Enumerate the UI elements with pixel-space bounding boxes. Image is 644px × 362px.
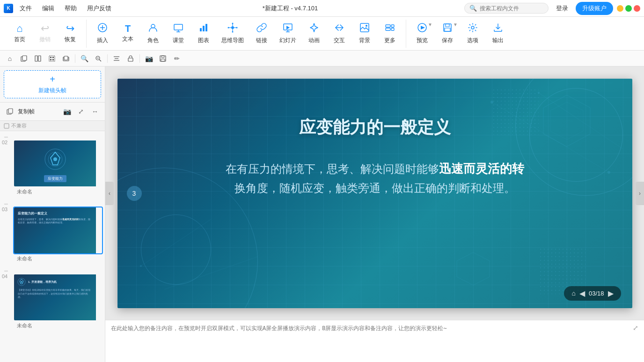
undo-icon: ↩ bbox=[41, 23, 49, 34]
sep-icon-04 bbox=[4, 269, 8, 273]
preview-label: 预览 bbox=[417, 37, 428, 44]
it-zoom-out[interactable] bbox=[92, 52, 104, 65]
expand-btn[interactable]: ⤢ bbox=[75, 105, 87, 118]
slide-group-03: 03 应变能力的一般定义 在有压力的情境下，思考、解决问题时能够迅速而灵活的转换… bbox=[2, 207, 103, 265]
it-split[interactable] bbox=[32, 52, 44, 65]
window-controls bbox=[617, 5, 640, 12]
collapse-right-button[interactable]: › bbox=[636, 182, 644, 205]
slide-thumb-04[interactable]: 1. 开发潜能，培养为机 【课堂活动】传统训练对应变能力有非常积极的效果。每天，… bbox=[13, 273, 103, 321]
toolbar-bg[interactable]: 背景 bbox=[352, 20, 377, 47]
toolbar-text[interactable]: T 文本 bbox=[116, 20, 140, 47]
it-lock[interactable] bbox=[124, 52, 137, 65]
it-save2[interactable] bbox=[157, 52, 169, 65]
svg-point-16 bbox=[232, 31, 234, 33]
toolbar-save[interactable]: 保存 ▼ bbox=[435, 20, 460, 47]
svg-rect-7 bbox=[200, 28, 202, 31]
svg-point-15 bbox=[232, 23, 234, 24]
canvas-area: ‹ bbox=[105, 66, 644, 362]
not-ppt-icon bbox=[4, 123, 9, 129]
slide-next-btn[interactable]: ▶ bbox=[608, 289, 614, 298]
toolbar-more[interactable]: 更多 bbox=[378, 20, 402, 47]
toolbar-undo[interactable]: ↩ 撤销 bbox=[33, 20, 57, 47]
svg-rect-55 bbox=[161, 59, 165, 61]
svg-point-74 bbox=[490, 101, 493, 103]
slide-home-btn[interactable]: ⌂ bbox=[571, 289, 575, 297]
save-dropdown-icon: ▼ bbox=[453, 22, 458, 27]
toolbar-preview[interactable]: 预览 ▼ bbox=[410, 20, 434, 47]
menu-feedback[interactable]: 用户反馈 bbox=[82, 2, 116, 15]
preview-dropdown-icon: ▼ bbox=[428, 22, 432, 27]
toolbar-group-insert: 插入 T 文本 角色 课堂 图表 思维导图 bbox=[87, 20, 406, 48]
svg-rect-9 bbox=[205, 24, 207, 31]
slide-thumb-02[interactable]: 应变能力 bbox=[13, 140, 103, 187]
login-button[interactable]: 登录 bbox=[552, 2, 572, 15]
svg-rect-27 bbox=[391, 25, 394, 27]
it-layers[interactable] bbox=[60, 52, 72, 65]
toolbar-interact[interactable]: 交互 bbox=[327, 20, 351, 47]
it-align[interactable] bbox=[110, 52, 123, 65]
toolbar-export[interactable]: 输出 bbox=[486, 20, 510, 47]
toolbar-home[interactable]: ⌂ 首页 bbox=[7, 20, 32, 47]
slides-icon bbox=[283, 22, 293, 35]
svg-point-76 bbox=[607, 171, 610, 174]
slide-page-info: 03/18 bbox=[589, 290, 604, 297]
search-box[interactable]: 🔍 bbox=[464, 3, 549, 14]
toolbar-insert[interactable]: 插入 bbox=[90, 20, 115, 47]
content-prefix: 在有压力的情境下，思考、解决问题时能够 bbox=[226, 163, 439, 175]
plus-icon: + bbox=[50, 74, 55, 85]
main-toolbar: ⌂ 首页 ↩ 撤销 ↪ 恢复 插入 T 文本 角色 bbox=[0, 17, 644, 51]
toolbar-options[interactable]: 选项 bbox=[461, 20, 485, 47]
home-icon: ⌂ bbox=[16, 23, 22, 34]
new-frame-button[interactable]: + 新建镜头帧 bbox=[4, 70, 101, 98]
toolbar-role[interactable]: 角色 bbox=[141, 20, 165, 47]
svg-rect-33 bbox=[445, 28, 450, 31]
toolbar-classroom[interactable]: 课堂 bbox=[166, 20, 190, 47]
menu-edit[interactable]: 编辑 bbox=[37, 2, 59, 15]
maximize-button[interactable] bbox=[625, 5, 632, 12]
it-camera[interactable]: 📷 bbox=[143, 52, 155, 65]
close-button[interactable] bbox=[634, 5, 640, 12]
menu-help[interactable]: 帮助 bbox=[60, 2, 81, 15]
slide-name-02: 未命名 bbox=[13, 187, 103, 198]
svg-rect-57 bbox=[8, 109, 13, 113]
slide-thumb-03[interactable]: 应变能力的一般定义 在有压力的情境下，思考、解决问题时能够迅速而灵活的转换角度，… bbox=[13, 207, 103, 254]
it-zoom-in[interactable]: 🔍 bbox=[78, 52, 90, 65]
toolbar-animation[interactable]: 动画 bbox=[302, 20, 326, 47]
search-input[interactable] bbox=[480, 5, 541, 12]
slide-thumb-inner-04: 1. 开发潜能，培养为机 【课堂活动】传统训练对应变能力有非常积极的效果。每天，… bbox=[14, 274, 96, 320]
svg-rect-32 bbox=[446, 24, 449, 27]
svg-point-34 bbox=[471, 26, 474, 29]
toolbar-redo[interactable]: ↪ 恢复 bbox=[58, 20, 82, 47]
thumb2-icon-area bbox=[41, 145, 69, 173]
toolbar-link[interactable]: 链接 bbox=[249, 20, 274, 47]
slide-thumb-inner-03: 应变能力的一般定义 在有压力的情境下，思考、解决问题时能够迅速而灵活的转换角度，… bbox=[14, 207, 96, 253]
menu-file[interactable]: 文件 bbox=[15, 2, 37, 15]
search-icon: 🔍 bbox=[469, 5, 477, 12]
it-edit[interactable]: ✏ bbox=[171, 52, 183, 65]
toolbar-chart[interactable]: 图表 bbox=[191, 20, 216, 47]
upgrade-button[interactable]: 升级账户 bbox=[576, 2, 613, 15]
notes-expand-icon[interactable]: ⤢ bbox=[633, 324, 638, 332]
it-copy[interactable] bbox=[18, 52, 30, 65]
toolbar-slides[interactable]: 幻灯片 bbox=[275, 20, 301, 47]
animation-label: 动画 bbox=[308, 37, 320, 44]
text-icon: T bbox=[125, 24, 131, 33]
slide-prev-btn[interactable]: ◀ bbox=[579, 289, 585, 298]
slide-separator-03 bbox=[2, 200, 103, 207]
svg-rect-25 bbox=[386, 25, 390, 27]
swap-btn[interactable]: ↔ bbox=[89, 105, 101, 118]
notes-input[interactable] bbox=[111, 324, 629, 342]
camera-btn[interactable]: 📷 bbox=[61, 105, 73, 118]
sep1 bbox=[75, 54, 75, 63]
minimize-button[interactable] bbox=[617, 5, 623, 12]
slide-02-wrapper: 应变能力 未命名 bbox=[13, 140, 103, 198]
it-home[interactable]: ⌂ bbox=[4, 52, 16, 65]
svg-line-71 bbox=[539, 93, 623, 149]
collapse-sidebar-button[interactable]: ‹ bbox=[105, 182, 114, 205]
undo-label: 撤销 bbox=[39, 36, 51, 44]
copy-frame-btn[interactable] bbox=[4, 105, 16, 118]
it-group[interactable] bbox=[46, 52, 58, 65]
svg-point-77 bbox=[140, 265, 142, 267]
toolbar-mindmap[interactable]: 思维导图 bbox=[217, 20, 249, 47]
link-label: 链接 bbox=[256, 37, 267, 44]
